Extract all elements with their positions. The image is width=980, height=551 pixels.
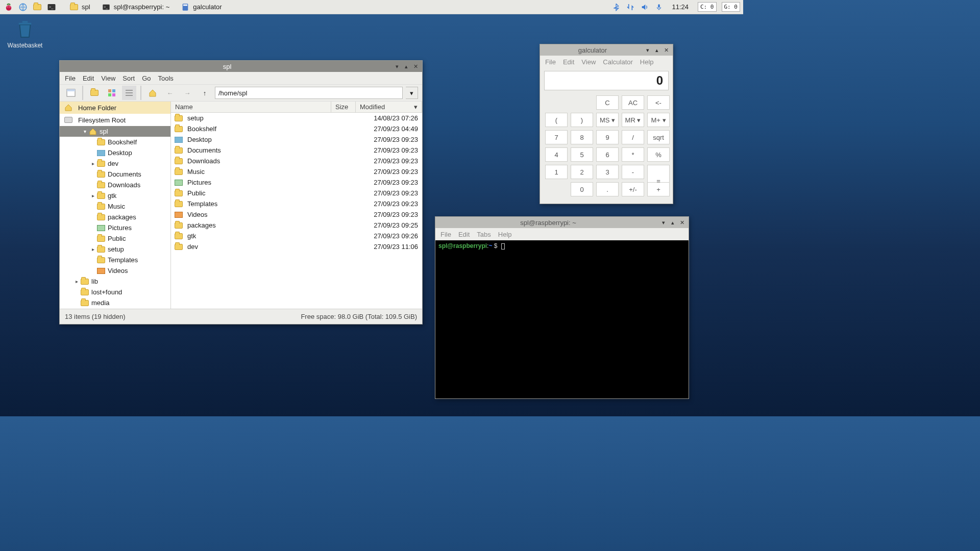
view-icons-button[interactable]: [87, 86, 102, 100]
calc-key[interactable]: /: [622, 130, 644, 144]
tree-item[interactable]: Templates: [60, 255, 170, 265]
calc-key[interactable]: %: [647, 147, 670, 162]
column-size[interactable]: Size: [331, 102, 356, 112]
file-manager-titlebar[interactable]: spl ▾ ▴ ✕: [60, 61, 422, 72]
minimize-button[interactable]: ▾: [644, 46, 651, 54]
file-manager-menu-file[interactable]: File: [65, 74, 76, 82]
file-row[interactable]: Bookshelf27/09/23 04:49: [171, 123, 422, 134]
file-row[interactable]: Public27/09/23 09:23: [171, 188, 422, 198]
path-entry[interactable]: /home/spl: [215, 87, 403, 99]
tree-item[interactable]: Pictures: [60, 222, 170, 233]
close-button[interactable]: ✕: [678, 219, 685, 226]
taskbar-task[interactable]: spl: [65, 1, 94, 13]
terminal-menu-edit[interactable]: Edit: [458, 231, 470, 238]
file-row[interactable]: Documents27/09/23 09:23: [171, 145, 422, 156]
go-home-button[interactable]: [145, 86, 160, 100]
tree-item[interactable]: Music: [60, 201, 170, 212]
volume-icon[interactable]: [639, 2, 650, 13]
calculator-titlebar[interactable]: galculator ▾ ▴ ✕: [540, 44, 673, 56]
calc-key[interactable]: +/-: [622, 182, 644, 196]
calc-key[interactable]: C: [596, 95, 619, 110]
maximize-button[interactable]: ▴: [669, 219, 676, 226]
file-row[interactable]: Templates27/09/23 09:23: [171, 198, 422, 209]
cpu-stat[interactable]: C: 0: [698, 2, 717, 12]
file-manager-menu-edit[interactable]: Edit: [83, 74, 94, 82]
go-back-button[interactable]: ←: [163, 86, 177, 100]
column-name[interactable]: Name: [171, 102, 331, 112]
calc-key[interactable]: 8: [571, 130, 593, 144]
calc-key[interactable]: MR ▾: [622, 113, 644, 127]
file-row[interactable]: gtk27/09/23 09:26: [171, 231, 422, 241]
calc-key[interactable]: 1: [545, 165, 568, 179]
file-manager-menu-tools[interactable]: Tools: [158, 74, 174, 82]
clock[interactable]: 11:24: [672, 3, 689, 11]
file-row[interactable]: Videos27/09/23 09:23: [171, 209, 422, 220]
calc-key[interactable]: 5: [571, 147, 593, 162]
terminal-menu-file[interactable]: File: [440, 231, 451, 238]
tree-item[interactable]: Downloads: [60, 180, 170, 190]
sidebar-filesystem-root[interactable]: Filesystem Root: [60, 114, 170, 126]
calc-key[interactable]: .: [596, 182, 619, 196]
file-row[interactable]: Downloads27/09/23 09:23: [171, 156, 422, 166]
files-launcher-icon[interactable]: [32, 2, 43, 13]
wastebasket[interactable]: Wastebasket: [7, 18, 43, 49]
tree-item[interactable]: Bookshelf: [60, 137, 170, 147]
calculator-menu-calculator[interactable]: Calculator: [603, 58, 633, 66]
tree-item[interactable]: Desktop: [60, 147, 170, 158]
maximize-button[interactable]: ▴: [403, 63, 410, 70]
calc-key[interactable]: (: [545, 113, 568, 127]
tree-item[interactable]: ▸gtk: [60, 190, 170, 201]
terminal-titlebar[interactable]: spl@raspberrypi: ~ ▾ ▴ ✕: [435, 217, 689, 228]
calc-key[interactable]: -: [622, 165, 644, 179]
calc-key[interactable]: M+ ▾: [647, 113, 670, 127]
network-icon[interactable]: [625, 2, 636, 13]
tree-item[interactable]: packages: [60, 212, 170, 222]
terminal-menu-tabs[interactable]: Tabs: [477, 231, 491, 238]
view-compact-button[interactable]: [105, 86, 119, 100]
file-row[interactable]: Pictures27/09/23 09:23: [171, 177, 422, 188]
calc-key[interactable]: sqrt: [647, 130, 670, 144]
calc-key[interactable]: <-: [647, 95, 670, 110]
calc-key[interactable]: 6: [596, 147, 619, 162]
taskbar-task[interactable]: galculator: [177, 1, 226, 13]
tree-item[interactable]: Videos: [60, 265, 170, 276]
microphone-icon[interactable]: [653, 2, 665, 13]
expander-icon[interactable]: ▸: [89, 246, 96, 252]
calculator-menu-help[interactable]: Help: [640, 58, 654, 66]
calc-key[interactable]: *: [622, 147, 644, 162]
browser-icon[interactable]: [17, 2, 29, 13]
tree-item[interactable]: ▾spl: [60, 126, 170, 137]
expander-icon[interactable]: ▸: [73, 279, 80, 284]
calc-key[interactable]: MS ▾: [596, 113, 619, 127]
calc-key[interactable]: ): [571, 113, 593, 127]
bluetooth-icon[interactable]: [610, 2, 622, 13]
maximize-button[interactable]: ▴: [653, 46, 660, 54]
terminal-launcher-icon[interactable]: >_: [46, 2, 57, 13]
calculator-menu-edit[interactable]: Edit: [563, 58, 574, 66]
path-dropdown[interactable]: ▾: [406, 87, 418, 99]
tree-item[interactable]: Documents: [60, 169, 170, 180]
file-manager-menu-sort[interactable]: Sort: [122, 74, 135, 82]
calc-key[interactable]: 3: [596, 165, 619, 179]
calculator-menu-view[interactable]: View: [581, 58, 596, 66]
go-forward-button[interactable]: →: [180, 86, 194, 100]
tree-item[interactable]: ▸lib: [60, 276, 170, 287]
close-button[interactable]: ✕: [663, 46, 670, 54]
minimize-button[interactable]: ▾: [660, 219, 667, 226]
expander-icon[interactable]: ▾: [81, 129, 88, 134]
calc-key[interactable]: +: [647, 182, 670, 196]
view-list-button[interactable]: [122, 86, 136, 100]
file-row[interactable]: packages27/09/23 09:25: [171, 220, 422, 231]
calc-key[interactable]: 0: [571, 182, 593, 196]
calculator-menu-file[interactable]: File: [545, 58, 556, 66]
tree-item[interactable]: Public: [60, 233, 170, 244]
tree-item[interactable]: lost+found: [60, 287, 170, 297]
expander-icon[interactable]: ▸: [89, 193, 96, 198]
file-row[interactable]: Music27/09/23 09:23: [171, 166, 422, 177]
column-modified[interactable]: Modified▾: [356, 102, 422, 112]
minimize-button[interactable]: ▾: [394, 63, 401, 70]
terminal-menu-help[interactable]: Help: [498, 231, 512, 238]
expander-icon[interactable]: ▸: [89, 161, 96, 166]
calc-key[interactable]: AC: [622, 95, 644, 110]
calc-key[interactable]: 7: [545, 130, 568, 144]
